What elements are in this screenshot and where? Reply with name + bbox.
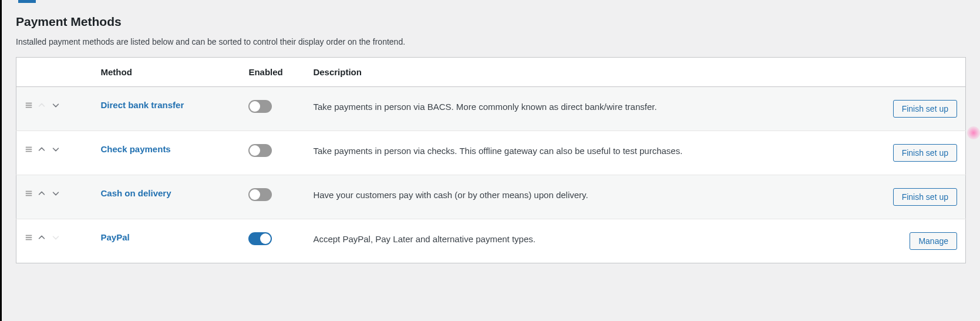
- sort-cell: [16, 175, 93, 219]
- drag-handle-icon[interactable]: [25, 233, 33, 242]
- page-title: Payment Methods: [16, 15, 966, 29]
- action-cell: Finish set up: [878, 87, 966, 131]
- col-description: Description: [305, 58, 877, 87]
- move-up-icon[interactable]: [36, 144, 47, 155]
- manage-button[interactable]: Manage: [910, 232, 957, 250]
- enabled-toggle[interactable]: [248, 232, 272, 245]
- method-cell: Check payments: [93, 131, 241, 175]
- drag-handle-icon[interactable]: [25, 101, 33, 109]
- toggle-knob: [250, 145, 260, 156]
- enabled-toggle[interactable]: [248, 144, 272, 157]
- method-link[interactable]: Direct bank transfer: [101, 100, 184, 110]
- description-cell: Have your customers pay with cash (or by…: [305, 175, 877, 219]
- move-up-icon[interactable]: [36, 232, 47, 243]
- description-cell: Take payments in person via checks. This…: [305, 131, 877, 175]
- move-up-icon: [36, 100, 47, 111]
- method-link[interactable]: Cash on delivery: [101, 188, 171, 198]
- sort-cell: [16, 87, 93, 131]
- move-down-icon[interactable]: [50, 100, 61, 111]
- move-down-icon[interactable]: [50, 144, 61, 155]
- enabled-cell: [240, 131, 305, 175]
- method-link[interactable]: PayPal: [101, 232, 130, 242]
- drag-handle-icon[interactable]: [25, 189, 33, 198]
- finish-setup-button[interactable]: Finish set up: [893, 188, 957, 206]
- sort-controls: [25, 144, 85, 155]
- action-cell: Manage: [878, 219, 966, 263]
- finish-setup-button[interactable]: Finish set up: [893, 144, 957, 162]
- description-cell: Accept PayPal, Pay Later and alternative…: [305, 219, 877, 263]
- description-cell: Take payments in person via BACS. More c…: [305, 87, 877, 131]
- drag-handle-icon[interactable]: [25, 145, 33, 153]
- sort-controls: [25, 100, 85, 111]
- sort-controls: [25, 188, 85, 199]
- action-cell: Finish set up: [878, 131, 966, 175]
- finish-setup-button[interactable]: Finish set up: [893, 100, 957, 118]
- action-cell: Finish set up: [878, 175, 966, 219]
- table-row: Direct bank transferTake payments in per…: [16, 87, 966, 131]
- enabled-toggle[interactable]: [248, 100, 272, 113]
- col-method: Method: [93, 58, 241, 87]
- method-cell: Cash on delivery: [93, 175, 241, 219]
- col-action: [878, 58, 966, 87]
- method-cell: PayPal: [93, 219, 241, 263]
- col-enabled: Enabled: [240, 58, 305, 87]
- enabled-cell: [240, 175, 305, 219]
- move-up-icon[interactable]: [36, 188, 47, 199]
- enabled-cell: [240, 87, 305, 131]
- toggle-knob: [260, 233, 271, 244]
- payment-methods-table: Method Enabled Description Direct bank t…: [16, 57, 966, 263]
- sort-cell: [16, 219, 93, 263]
- move-down-icon: [50, 232, 61, 243]
- table-row: Cash on deliveryHave your customers pay …: [16, 175, 966, 219]
- table-row: Check paymentsTake payments in person vi…: [16, 131, 966, 175]
- sort-controls: [25, 232, 85, 243]
- table-row: PayPalAccept PayPal, Pay Later and alter…: [16, 219, 966, 263]
- method-cell: Direct bank transfer: [93, 87, 241, 131]
- enabled-toggle[interactable]: [248, 188, 272, 201]
- move-down-icon[interactable]: [50, 188, 61, 199]
- page-description: Installed payment methods are listed bel…: [16, 37, 966, 46]
- enabled-cell: [240, 219, 305, 263]
- toggle-knob: [250, 101, 260, 112]
- method-link[interactable]: Check payments: [101, 144, 171, 154]
- payment-methods-panel: Payment Methods Installed payment method…: [2, 3, 980, 277]
- col-sort: [16, 58, 93, 87]
- table-header-row: Method Enabled Description: [16, 58, 966, 87]
- sort-cell: [16, 131, 93, 175]
- toggle-knob: [250, 189, 260, 200]
